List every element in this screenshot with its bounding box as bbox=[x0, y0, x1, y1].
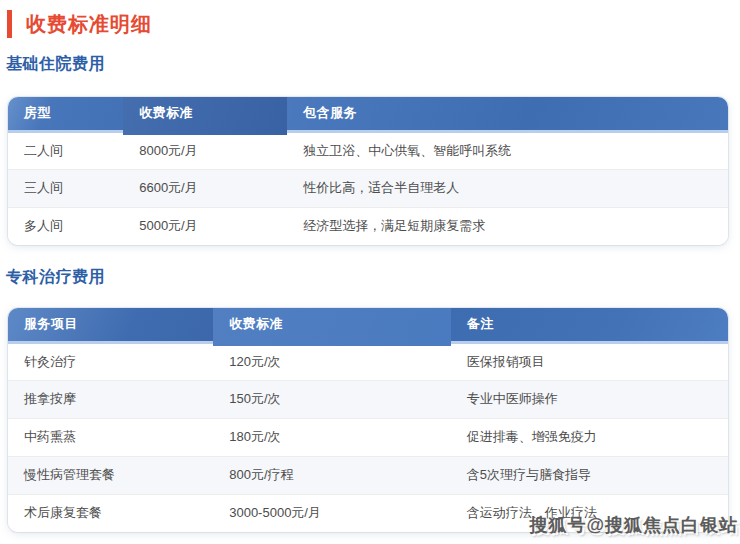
column-header-service-item: 服务项目 bbox=[8, 308, 213, 342]
table-cell: 3000-5000元/月 bbox=[213, 494, 451, 532]
watermark: 搜狐号@搜狐焦点白银站 bbox=[529, 513, 738, 537]
table-cell: 医保报销项目 bbox=[451, 342, 728, 380]
table-row: 三人间 6600元/月 性价比高，适合半自理老人 bbox=[8, 169, 728, 207]
table-row: 多人间 5000元/月 经济型选择，满足短期康复需求 bbox=[8, 207, 728, 245]
table-cell: 8000元/月 bbox=[123, 131, 287, 169]
table-cell: 6600元/月 bbox=[123, 169, 287, 207]
section-heading-specialist-treatment: 专科治疗费用 bbox=[6, 267, 740, 288]
table-row: 二人间 8000元/月 独立卫浴、中心供氧、智能呼叫系统 bbox=[8, 131, 728, 169]
table-cell: 多人间 bbox=[8, 207, 123, 245]
table-row: 中药熏蒸 180元/次 促进排毒、增强免疫力 bbox=[8, 418, 728, 456]
table-cell: 5000元/月 bbox=[123, 207, 287, 245]
table-row: 推拿按摩 150元/次 专业中医师操作 bbox=[8, 380, 728, 418]
page-title-row: 收费标准明细 bbox=[7, 9, 740, 39]
table-cell: 术后康复套餐 bbox=[8, 494, 213, 532]
table-cell: 800元/疗程 bbox=[213, 456, 451, 494]
table-cell: 慢性病管理套餐 bbox=[8, 456, 213, 494]
column-header-services: 包含服务 bbox=[287, 97, 728, 131]
table-cell: 三人间 bbox=[8, 169, 123, 207]
table-cell: 经济型选择，满足短期康复需求 bbox=[287, 207, 728, 245]
column-header-fee: 收费标准 bbox=[123, 97, 287, 131]
column-header-room-type: 房型 bbox=[8, 97, 123, 131]
table-row: 针灸治疗 120元/次 医保报销项目 bbox=[8, 342, 728, 380]
table-cell: 120元/次 bbox=[213, 342, 451, 380]
basic-inpatient-fees-table: 房型 收费标准 包含服务 二人间 8000元/月 独立卫浴、中心供氧、智能呼叫系… bbox=[8, 97, 728, 245]
table-cell: 针灸治疗 bbox=[8, 342, 213, 380]
table-cell: 推拿按摩 bbox=[8, 380, 213, 418]
table-cell: 中药熏蒸 bbox=[8, 418, 213, 456]
table-cell: 性价比高，适合半自理老人 bbox=[287, 169, 728, 207]
table-header-row: 服务项目 收费标准 备注 bbox=[8, 308, 728, 342]
table-row: 慢性病管理套餐 800元/疗程 含5次理疗与膳食指导 bbox=[8, 456, 728, 494]
table-cell: 促进排毒、增强免疫力 bbox=[451, 418, 728, 456]
section-heading-basic-inpatient: 基础住院费用 bbox=[6, 54, 740, 75]
page-title: 收费标准明细 bbox=[26, 9, 152, 39]
specialist-treatment-fees-table: 服务项目 收费标准 备注 针灸治疗 120元/次 医保报销项目 推拿按摩 150… bbox=[8, 308, 728, 532]
title-accent-bar bbox=[7, 10, 12, 38]
table-cell: 独立卫浴、中心供氧、智能呼叫系统 bbox=[287, 131, 728, 169]
table-cell: 专业中医师操作 bbox=[451, 380, 728, 418]
column-header-fee: 收费标准 bbox=[213, 308, 451, 342]
table-header-row: 房型 收费标准 包含服务 bbox=[8, 97, 728, 131]
column-header-notes: 备注 bbox=[451, 308, 728, 342]
table-cell: 150元/次 bbox=[213, 380, 451, 418]
table-cell: 180元/次 bbox=[213, 418, 451, 456]
table-cell: 二人间 bbox=[8, 131, 123, 169]
table-cell: 含5次理疗与膳食指导 bbox=[451, 456, 728, 494]
